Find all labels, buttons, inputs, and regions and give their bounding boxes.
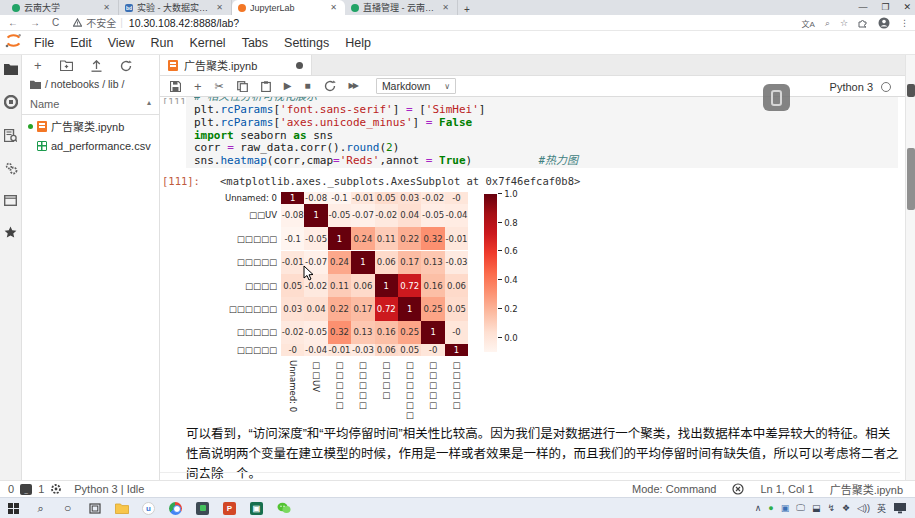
file-explorer-icon[interactable] (108, 498, 135, 518)
chevron-up-icon[interactable]: ∧ (755, 503, 762, 513)
menu-edit[interactable]: Edit (62, 36, 100, 50)
heatmap-cell: 1 (375, 274, 398, 297)
refresh-icon[interactable] (120, 60, 132, 72)
kernel-indicator[interactable]: Python 3 (830, 76, 891, 97)
usb-icon[interactable]: ⬓ (812, 503, 821, 513)
address-bar[interactable]: ← → C 不安全 | 10.30.108.42:8888/lab? (0, 15, 915, 31)
notebook-file-icon (37, 121, 47, 132)
run-all-icon[interactable]: ▶▶ (349, 82, 357, 90)
terminals-count[interactable]: 0 (8, 483, 14, 495)
chrome-icon[interactable] (162, 498, 189, 518)
minimize-button[interactable]: — (858, 2, 867, 12)
green-status-icon[interactable]: ● (768, 503, 773, 513)
open-tabs-icon[interactable] (4, 195, 17, 206)
menu-file[interactable]: File (26, 36, 62, 50)
task-view-icon[interactable] (81, 498, 108, 518)
wechat-icon[interactable] (270, 498, 297, 518)
upload-icon[interactable] (91, 60, 102, 72)
menu-view[interactable]: View (100, 36, 143, 50)
extension-manager-icon[interactable] (4, 226, 17, 239)
menu-kernel[interactable]: Kernel (182, 36, 234, 50)
extensions-icon[interactable] (858, 18, 868, 28)
browser-tab-3[interactable]: 直播管理 - 云南大学开放平台在线✕ (345, 0, 458, 15)
browser-tab-0[interactable]: 云南大学✕ (6, 0, 119, 15)
paste-icon[interactable] (261, 81, 271, 92)
new-folder-icon[interactable] (60, 60, 73, 71)
cut-icon[interactable]: ✂ (215, 81, 224, 92)
file-browser-icon[interactable] (4, 63, 18, 75)
reload-icon[interactable]: C (52, 17, 59, 28)
save-icon[interactable] (170, 81, 181, 92)
property-inspector-icon[interactable] (4, 162, 18, 175)
kernels-count[interactable]: 1 (38, 483, 44, 495)
tab-title: 实验 - 大数据实验平台 (137, 1, 210, 14)
menu-run[interactable]: Run (143, 36, 182, 50)
cortana-icon[interactable]: ○ (54, 498, 81, 518)
close-button[interactable]: ✕ (903, 2, 911, 12)
menu-tabs[interactable]: Tabs (234, 36, 276, 50)
breadcrumb[interactable]: / notebooks / lib / (22, 75, 159, 93)
screencast-overlay[interactable] (763, 84, 790, 111)
code-cell[interactable]: # 相关性分析可视化展示plt.rcParams['font.sans-seri… (186, 97, 898, 168)
heatmap-cell: 0.04 (398, 204, 421, 227)
display-tray-icon[interactable]: 🖵 (796, 503, 805, 514)
meeting-icon[interactable]: ▣ (243, 498, 270, 518)
new-tab-button[interactable]: + (458, 4, 476, 15)
tab-close-icon[interactable]: ✕ (440, 3, 451, 12)
profile-avatar[interactable] (878, 17, 890, 29)
kernel-status-text[interactable]: Python 3 | Idle (74, 483, 144, 495)
translate-icon[interactable]: 文A (802, 18, 815, 29)
bluetooth-icon[interactable]: ❖ (842, 503, 850, 513)
forward-icon[interactable]: → (30, 17, 40, 28)
dirty-indicator-dot[interactable] (296, 62, 303, 69)
network-icon[interactable]: ↯ (827, 503, 835, 513)
scrollbar-thumb[interactable] (907, 148, 915, 210)
tab-close-icon[interactable]: ✕ (101, 3, 112, 12)
search-icon[interactable]: ⌕ (27, 498, 54, 518)
tab-close-icon[interactable]: ✕ (214, 3, 225, 12)
site-favicon (12, 4, 20, 12)
copy-icon[interactable] (237, 81, 248, 92)
new-launcher-icon[interactable]: + (34, 58, 42, 73)
add-cell-icon[interactable]: + (194, 80, 202, 93)
maximize-button[interactable]: ❐ (881, 2, 889, 12)
sort-caret-icon[interactable]: ▴ (147, 98, 151, 110)
browser-tab-2[interactable]: JupyterLab✕ (232, 0, 345, 15)
cursor-position[interactable]: Ln 1, Col 1 (760, 483, 813, 495)
markdown-cell[interactable]: 可以看到，“访问深度”和“平均停留时间”相关性比较高。因为我们是对数据进行一个聚… (186, 424, 900, 484)
file-row-notebook[interactable]: 广告聚类.ipynb (22, 115, 159, 137)
star-icon[interactable]: ☆ (840, 18, 848, 28)
running-sessions-icon[interactable] (4, 95, 18, 109)
run-icon[interactable]: ▶ (284, 81, 292, 91)
scrollbar-block[interactable] (907, 84, 915, 97)
back-icon[interactable]: ← (8, 17, 18, 28)
url-text[interactable]: 10.30.108.42:8888/lab? (129, 17, 239, 29)
start-icon[interactable] (0, 498, 27, 518)
scrollbar-track[interactable] (905, 55, 915, 480)
blue-app-icon[interactable]: ▣ (781, 503, 790, 513)
menu-dots-icon[interactable]: ⋮ (900, 18, 909, 28)
remote-app-icon[interactable] (189, 498, 216, 518)
cell-type-dropdown[interactable]: Markdown ∨ (376, 78, 456, 94)
show-desktop-icon[interactable] (893, 502, 907, 514)
menu-help[interactable]: Help (337, 36, 379, 50)
file-row-csv[interactable]: ad_performance.csv (22, 137, 159, 155)
colorbar-tick-label: 0.6 (504, 246, 518, 256)
menu-settings[interactable]: Settings (276, 36, 337, 50)
name-column-header[interactable]: Name (30, 98, 59, 110)
browser-tab-1[interactable]: bd实验 - 大数据实验平台✕ (119, 0, 232, 15)
youdao-icon[interactable]: u (135, 498, 162, 518)
zoom-icon[interactable]: ⌕ (825, 18, 830, 29)
tab-close-icon[interactable]: ✕ (328, 3, 339, 12)
heatmap-cell: 0.13 (421, 251, 444, 274)
mode-indicator[interactable]: Mode: Command (632, 483, 716, 495)
command-palette-icon[interactable] (4, 129, 17, 142)
volume-icon[interactable]: ◁)) (857, 503, 870, 513)
doc-tab-notebook[interactable]: 广告聚类.ipynb (160, 55, 312, 75)
notification-icon[interactable] (732, 483, 744, 495)
heatmap-ytick-label: □□□□ (180, 281, 277, 291)
ime-icon[interactable]: 英 (877, 502, 886, 515)
restart-icon[interactable] (324, 80, 336, 92)
stop-icon[interactable]: ■ (305, 81, 311, 91)
powerpoint-icon[interactable]: P (216, 498, 243, 518)
